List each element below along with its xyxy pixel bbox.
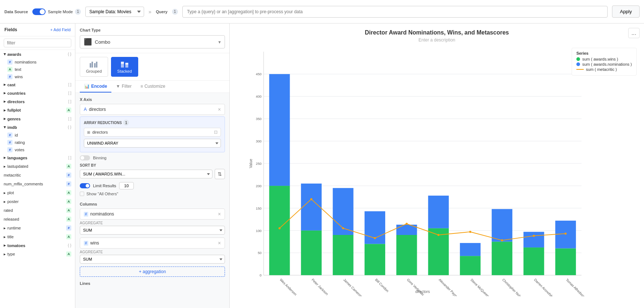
chart-type-select[interactable]: ⬛ Combo ▾	[80, 35, 225, 48]
encode-content: X Axis A directors × ARRAY REDUCTIONS 1 …	[75, 93, 229, 308]
col1-agg-label: AGGREGATE	[80, 221, 225, 225]
sub-field-name: directors	[92, 130, 212, 134]
chart-panel: ... Director Award Nominations, Wins, an…	[230, 23, 644, 308]
chart-type-label: Chart Type	[80, 28, 225, 32]
field-wins[interactable]: # wins	[0, 73, 75, 80]
field-votes[interactable]: # votes	[0, 146, 75, 153]
datasource-label: Data Source	[4, 10, 28, 14]
stacked-style-button[interactable]: Stacked	[111, 57, 138, 77]
tab-encode[interactable]: 📊 Encode	[80, 81, 111, 93]
svg-text:Value: Value	[249, 159, 253, 168]
group-genres[interactable]: ▸ genres [ ]	[0, 115, 75, 123]
group-poster[interactable]: ▸ poster A	[0, 197, 75, 206]
col1-agg-select[interactable]: SUM	[80, 226, 225, 235]
limit-input[interactable]	[119, 182, 134, 189]
svg-point-54	[406, 223, 408, 225]
field-id[interactable]: # id	[0, 131, 75, 139]
fields-panel: Fields + Add Field ▾ awards { } # nomina…	[0, 23, 75, 308]
svg-text:Wes Anderson: Wes Anderson	[279, 278, 297, 296]
datasource-select[interactable]: Sample Data: Movies	[85, 7, 144, 17]
add-field-button[interactable]: + Add Field	[50, 28, 71, 32]
unwind-select[interactable]: UNWIND ARRAY	[84, 139, 221, 148]
group-countries[interactable]: ▸ countries [ ]	[0, 89, 75, 97]
group-directors[interactable]: ▸ directors [ ]	[0, 97, 75, 106]
legend-item-nominations: sum ( awards.nominations )	[576, 62, 632, 66]
col2-agg-select[interactable]: SUM	[80, 255, 225, 264]
group-type[interactable]: ▸ type A	[0, 250, 75, 258]
query-input[interactable]	[182, 6, 608, 18]
sort-by-label: SORT BY	[80, 163, 225, 167]
svg-rect-1	[92, 62, 93, 68]
svg-rect-4	[121, 64, 124, 68]
svg-rect-31	[269, 74, 290, 186]
fields-list: ▾ awards { } # nominations A text # wins…	[0, 50, 75, 308]
show-others-label: Show "All Others"	[86, 192, 118, 196]
add-aggregation-button[interactable]: + aggregation	[80, 267, 225, 277]
group-imdb[interactable]: ▾ imdb { }	[0, 123, 75, 131]
sample-mode-switch[interactable]	[32, 8, 46, 15]
sub-field-pill: ⊞ directors ⊡	[84, 128, 221, 137]
expand-icon[interactable]: ⊡	[214, 130, 218, 135]
svg-point-57	[501, 239, 503, 242]
svg-text:400: 400	[256, 95, 262, 98]
tab-filter[interactable]: ▼ Filter	[111, 81, 136, 93]
svg-rect-44	[492, 242, 512, 275]
svg-rect-46	[523, 247, 544, 275]
svg-text:50: 50	[258, 251, 261, 255]
svg-point-59	[565, 233, 567, 235]
group-released[interactable]: released A	[0, 215, 75, 224]
chart-title: Director Award Nominations, Wins, and Me…	[237, 29, 637, 36]
sort-row: SUM ( AWARDS.WIN... ⇅	[80, 169, 225, 179]
svg-rect-41	[428, 196, 449, 228]
svg-rect-45	[492, 209, 512, 242]
svg-text:Alexander Payne: Alexander Payne	[438, 278, 459, 296]
show-others-checkbox[interactable]	[80, 192, 84, 196]
svg-rect-36	[365, 244, 385, 275]
tab-customize[interactable]: ≡ Customize	[136, 81, 170, 93]
group-languages[interactable]: ▸ languages [ ]	[0, 153, 75, 162]
fields-search-input[interactable]	[4, 39, 71, 47]
str-icon: A	[66, 108, 71, 113]
num-icon: #	[66, 225, 71, 231]
svg-rect-43	[460, 243, 480, 256]
svg-text:Christopher Nolan: Christopher Nolan	[501, 278, 523, 296]
sort-direction-button[interactable]: ⇅	[215, 169, 225, 179]
svg-point-56	[469, 231, 471, 233]
sort-select[interactable]: SUM ( AWARDS.WIN...	[80, 170, 212, 178]
svg-rect-38	[396, 235, 417, 275]
str-icon: A	[66, 217, 71, 222]
x-axis-delete-button[interactable]: ×	[218, 106, 221, 112]
binning-toggle[interactable]	[80, 155, 90, 160]
group-runtime[interactable]: ▸ runtime #	[0, 224, 75, 232]
group-fullplot[interactable]: ▸ fullplot A	[0, 106, 75, 115]
group-tomatoes[interactable]: ▸ tomatoes { }	[0, 241, 75, 250]
field-text[interactable]: A text	[0, 66, 75, 73]
group-lastupdated[interactable]: ▸ lastupdated A	[0, 162, 75, 171]
apply-button[interactable]: Apply	[612, 6, 640, 18]
svg-rect-6	[125, 65, 128, 68]
chart-more-button[interactable]: ...	[628, 28, 640, 38]
limit-toggle[interactable]	[80, 183, 90, 188]
group-num-mflix[interactable]: num_mflix_comments #	[0, 180, 75, 188]
binning-row: Binning	[80, 155, 225, 160]
field-rating[interactable]: # rating	[0, 139, 75, 146]
field-nominations[interactable]: # nominations	[0, 58, 75, 66]
grouped-style-button[interactable]: Grouped	[80, 57, 108, 77]
group-awards[interactable]: ▾ awards { }	[0, 50, 75, 58]
nominations-delete-button[interactable]: ×	[218, 211, 221, 217]
svg-rect-5	[121, 62, 124, 64]
svg-text:250: 250	[256, 162, 262, 166]
legend-item-metacritic: sum ( metacritic )	[576, 67, 632, 72]
wins-delete-button[interactable]: ×	[218, 240, 221, 246]
group-plot[interactable]: ▸ plot A	[0, 188, 75, 197]
group-rated[interactable]: rated A	[0, 206, 75, 215]
group-cast[interactable]: ▸ cast [ ]	[0, 80, 75, 89]
stacked-label: Stacked	[117, 69, 132, 73]
columns-section: Columns # nominations × AGGREGATE SUM # …	[80, 202, 225, 277]
group-metacritic[interactable]: metacritic #	[0, 171, 75, 180]
group-title[interactable]: ▸ title A	[0, 232, 75, 241]
svg-text:0: 0	[260, 273, 261, 277]
arrow-right-icon: »	[149, 9, 151, 15]
query-badge: 1	[172, 9, 178, 15]
fields-title: Fields	[4, 27, 17, 32]
